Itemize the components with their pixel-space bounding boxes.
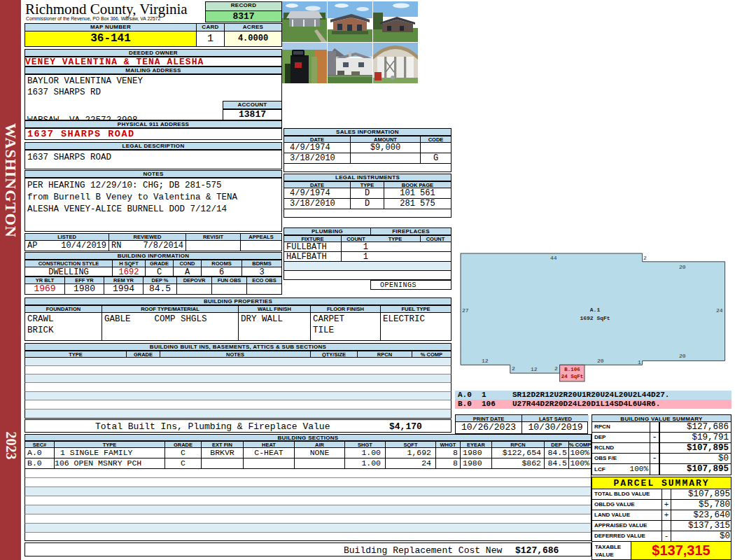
record-value: 8317 [205, 10, 282, 22]
openings-value [426, 280, 451, 290]
notes-line-3: ALESHA VENEY-ALICE BURNELL DOD 7/12/14 [25, 204, 281, 216]
bdrms-label: BDRMS [242, 260, 281, 267]
dim-top-right: 20 [679, 264, 686, 270]
legal-description-value: 1637 SHARPS ROAD [24, 150, 282, 169]
rooms-label: ROOMS [202, 260, 242, 267]
built-ins-empty-row [24, 392, 451, 400]
built-ins-col-type: TYPE [25, 351, 127, 357]
notes-line-1: PER HEARING 12/29/10: CHG; DB 281-575 [25, 178, 281, 192]
ps-value: $5,780 [671, 500, 732, 510]
year-binder-sidebar: WASHINGTON 2023 [0, 0, 21, 560]
legal-instrument-row: 3/18/2010 D 281 575 [284, 199, 451, 209]
replacement-cost-label: Building Replacement Cost New [344, 545, 502, 556]
dim-bottom-mid-left: 12 [531, 366, 538, 372]
dim-left: 27 [462, 307, 469, 314]
building-sections-empty-row [24, 514, 592, 524]
dim-bottom-right: 20 [679, 353, 686, 359]
building-sections-title: BUILDING SECTIONS [24, 434, 592, 441]
bvs-pct: 100% [630, 464, 648, 475]
building-properties-header: FOUNDATION ROOF TYPE/MATERIAL WALL FINIS… [24, 305, 451, 312]
vector-sec: B.0 [455, 400, 482, 409]
mailing-line-1: BAYLOR VALENTINA VENEY [25, 75, 281, 86]
built-ins-empty-row [24, 383, 451, 392]
appeals-label: APPEALS [241, 234, 281, 240]
bs-col: SEC# [25, 442, 55, 447]
building-info-values-2: 1969 1980 1994 84.5 [24, 284, 282, 295]
photo-strip [282, 1, 419, 84]
rooms-value: 6 [202, 267, 242, 276]
foundation-value-1: CRAWL [27, 314, 102, 325]
bvs-sign [650, 464, 660, 475]
photo-house-brick [328, 1, 372, 42]
building-information-title: BUILDING INFORMATION [24, 252, 282, 260]
sketch-porch-sqft: 24 SqFt [561, 374, 584, 379]
sales-code [421, 143, 451, 153]
ps-label: OBLDG VALUE [592, 500, 662, 510]
sketch-area-label: A.1 [590, 307, 601, 313]
building-sketch: 44 2 20 27 24 12 2 12 2 20 1 20 A.1 1692… [457, 249, 732, 389]
built-ins-col-grade: GRADE [127, 351, 160, 357]
plumbing-empty-row [284, 271, 371, 280]
bdrms-value: 3 [242, 267, 281, 276]
sales-amount [351, 153, 421, 163]
print-date-value: 10/26/2023 [456, 422, 522, 433]
fireplaces-empty-row [370, 271, 451, 280]
ps-value: $107,895 [671, 489, 732, 499]
bs-col: EYEAR [461, 442, 492, 447]
review-value-row: AP 10/4/2019 RN 7/8/2014 [24, 241, 282, 251]
sales-date: 3/18/2010 [284, 153, 351, 163]
vector-num: 1 [482, 391, 512, 400]
page-title: Richmond County, Virginia [25, 1, 204, 17]
total-built-ins-label: Total Built Ins, Plumbing & Fireplace Va… [95, 421, 330, 432]
building-sections-empty-row [24, 524, 592, 533]
plumbing-row: HALFBATH 1 [284, 252, 371, 262]
building-section-row: A.0 1 SINGLE FAMILY C BRKVR C-HEAT NONE … [24, 448, 592, 458]
li-type-label: TYPE [351, 182, 384, 188]
photo-house-rear [373, 1, 418, 42]
mailing-address-label: MAILING ADDRESS [24, 66, 282, 74]
bvs-label: RPCN [592, 422, 650, 432]
photo-equipment-closeup [282, 43, 327, 83]
revisit-value [186, 241, 241, 251]
built-ins-empty-row [24, 410, 451, 419]
bs-col: AIR [295, 442, 345, 447]
sales-row: 4/9/1974 $9,000 [284, 143, 451, 153]
built-ins-empty-row [24, 374, 451, 383]
map-number-value: 36-141 [24, 31, 197, 47]
sketch-porch-label: B.106 [564, 367, 580, 372]
ecoobs-value [247, 284, 281, 294]
print-info-values: 10/26/2023 10/30/2019 [455, 422, 588, 434]
fireplaces-empty-row [370, 242, 451, 252]
built-ins-col-notes: NOTES [160, 351, 311, 357]
count-label: COUNT [342, 236, 370, 241]
bvs-value: $107,895 [660, 443, 731, 453]
building-value-summary-title: BUILDING VALUE SUMMARY [592, 414, 732, 422]
taxable-value-amount: $137,315 [631, 541, 732, 560]
bvs-label: OBS F/E [592, 454, 650, 463]
record-label: RECORD [205, 1, 282, 11]
vector-num: 106 [482, 400, 512, 409]
fixture-value: HALFBATH [284, 252, 342, 261]
bvs-value: $19,791 [660, 433, 731, 442]
bs-col: SQFT [386, 442, 436, 447]
account-label: ACCOUNT [223, 101, 282, 109]
depovr-label: DEPOVR [177, 277, 212, 284]
fuel-value: ELECTRIC [381, 313, 451, 340]
listed-by: AP [27, 241, 37, 251]
roof-type-value: GABLE [104, 314, 131, 340]
remyr-label: REM YR [104, 277, 144, 284]
property-record-card: { "sidebar": { "county_vertical": "WASHI… [0, 0, 735, 560]
plumbing-empty-row [284, 262, 371, 271]
grade-value: C [146, 267, 174, 276]
fixture-label: FIXTURE [284, 236, 342, 241]
plumbing-title: PLUMBING [284, 227, 371, 235]
bvs-value: $0 [660, 454, 731, 463]
fp-count-label: COUNT [421, 236, 450, 241]
bvs-value: $127,686 [660, 422, 731, 432]
sales-row: 3/18/2010 G [284, 153, 451, 164]
floor-value-2: TILE [313, 325, 380, 336]
legal-instruments-empty-row [284, 209, 451, 218]
notes-label: NOTES [24, 170, 282, 178]
photo-house-side [328, 43, 372, 83]
dim-bottom-step3: 1 [638, 359, 641, 365]
